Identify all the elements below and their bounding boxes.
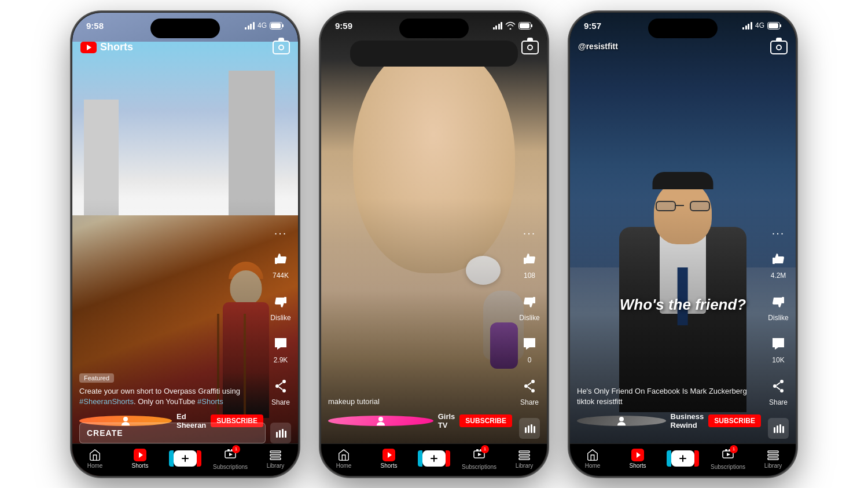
svg-point-55 <box>780 389 784 392</box>
time-1: 9:58 <box>86 21 104 31</box>
svg-point-31 <box>531 389 535 392</box>
dislike-button-3[interactable]: Dislike <box>768 291 789 322</box>
svg-line-33 <box>528 387 531 390</box>
nav-shorts-3[interactable]: Shorts <box>615 449 660 469</box>
add-button-3[interactable] <box>671 450 694 467</box>
svg-rect-23 <box>270 458 281 460</box>
svg-rect-60 <box>777 425 778 433</box>
signal-bar-6 <box>495 25 497 30</box>
nav-library-3[interactable]: Library <box>751 449 796 469</box>
music-icon-button-3[interactable] <box>768 418 789 439</box>
more-options-button-3[interactable]: ... <box>772 224 785 237</box>
library-icon-2 <box>518 449 531 461</box>
camera-button-3[interactable] <box>770 41 788 54</box>
video-description-2: makeup tutorial <box>328 397 512 407</box>
network-type-3: 4G <box>755 21 764 30</box>
video-overlay-2 <box>321 198 547 476</box>
nav-shorts-2[interactable]: Shorts <box>366 449 411 469</box>
camera-lens-1 <box>278 45 284 50</box>
signal-bars-3 <box>742 22 752 30</box>
svg-rect-22 <box>270 454 281 456</box>
camera-lens-2 <box>527 45 533 50</box>
camera-button-2[interactable] <box>521 41 539 54</box>
bottom-info-3: He's Only Friend On Facebook Is Mark Zuc… <box>577 386 761 429</box>
svg-rect-43 <box>476 449 479 451</box>
subscriptions-badge-1: 1 <box>232 445 240 453</box>
like-button-2[interactable]: 108 <box>519 249 540 280</box>
signal-bar-11 <box>748 24 749 30</box>
dislike-button-1[interactable]: Dislike <box>270 291 291 322</box>
subscribe-button-3[interactable]: SUBSCRIBE <box>708 414 761 427</box>
nav-add-2[interactable] <box>411 450 457 467</box>
dislike-label-2: Dislike <box>519 314 539 322</box>
signal-bar-7 <box>498 24 500 30</box>
svg-point-34 <box>378 417 383 421</box>
action-buttons-2: ... 108 Dislike <box>519 224 540 406</box>
svg-rect-51 <box>773 258 775 264</box>
nav-add-3[interactable] <box>660 450 705 467</box>
more-options-button-2[interactable]: ... <box>523 224 536 237</box>
svg-point-29 <box>531 380 535 383</box>
hashtag-sheeran: #SheeranShorts <box>79 397 134 406</box>
music-icon-button-2[interactable] <box>519 418 540 439</box>
nav-library-2[interactable]: Library <box>502 449 547 469</box>
channel-name-2: Girls TV <box>438 412 455 430</box>
share-button-1[interactable]: Share <box>270 376 291 406</box>
create-input-1[interactable]: CREATE <box>79 423 266 443</box>
nav-home-1[interactable]: Home <box>72 449 117 469</box>
signal-bar-8 <box>501 22 502 30</box>
time-2: 9:59 <box>335 21 352 31</box>
share-svg-2 <box>521 378 538 394</box>
home-icon-1 <box>89 449 101 461</box>
nav-library-1[interactable]: Library <box>253 449 298 469</box>
share-icon-2 <box>519 376 540 397</box>
nav-subscriptions-2[interactable]: 1 Subscriptions <box>457 447 502 470</box>
like-button-3[interactable]: 4.2M <box>768 249 789 280</box>
comments-icon-3 <box>768 333 789 354</box>
nav-add-1[interactable] <box>163 450 208 467</box>
svg-rect-26 <box>531 24 532 27</box>
channel-avatar-3[interactable] <box>577 416 666 426</box>
like-button-1[interactable]: 744K <box>270 249 291 280</box>
nav-shorts-1[interactable]: Shorts <box>117 449 163 469</box>
svg-point-58 <box>619 417 624 421</box>
svg-marker-42 <box>478 453 481 456</box>
share-button-3[interactable]: Share <box>768 376 789 406</box>
comments-icon-2 <box>519 333 540 354</box>
add-button-2[interactable] <box>422 450 446 467</box>
svg-rect-64 <box>679 458 686 459</box>
more-options-button-1[interactable]: ... <box>274 224 288 237</box>
time-3: 9:57 <box>584 21 601 31</box>
svg-point-30 <box>524 384 528 388</box>
comments-button-3[interactable]: 10K <box>768 333 789 364</box>
phone-screen-1: 9:58 4G <box>72 13 298 476</box>
nav-home-3[interactable]: Home <box>570 449 615 469</box>
music-bars-icon-2 <box>524 423 535 434</box>
shorts-play-triangle-1 <box>139 452 143 458</box>
nav-subscriptions-3[interactable]: 1 Subscriptions <box>705 447 751 470</box>
signal-bars-1 <box>245 22 255 30</box>
nav-subscriptions-1[interactable]: 1 Subscriptions <box>208 447 253 470</box>
add-button-1[interactable] <box>174 450 197 467</box>
signal-bar-9 <box>742 27 744 30</box>
shorts-nav-icon-1 <box>134 449 146 461</box>
dislike-icon-2 <box>519 291 540 312</box>
thumbs-up-svg-1 <box>273 251 289 267</box>
camera-button-1[interactable] <box>273 41 290 54</box>
bottom-info-2: makeup tutorial Girls TV SUBSCRIBE <box>328 397 512 429</box>
like-count-3: 4.2M <box>771 271 786 280</box>
nav-shorts-label-1: Shorts <box>132 463 149 469</box>
music-icon-button-1[interactable] <box>270 423 291 443</box>
subscribe-button-2[interactable]: SUBSCRIBE <box>459 414 512 427</box>
signal-bar-12 <box>751 22 752 30</box>
dislike-button-2[interactable]: Dislike <box>519 291 540 322</box>
nav-home-2[interactable]: Home <box>321 449 366 469</box>
share-button-2[interactable]: Share <box>519 376 540 406</box>
comments-button-1[interactable]: 2.9K <box>270 333 291 364</box>
overlay-text-3: Who's the friend? <box>570 296 796 314</box>
comments-button-2[interactable]: 0 <box>519 333 540 364</box>
music-icon-container-3 <box>768 418 789 439</box>
action-buttons-3: ... 4.2M Dislike <box>768 224 789 406</box>
channel-avatar-2[interactable] <box>328 416 433 426</box>
hashtag-shorts: #Shorts <box>197 397 223 406</box>
